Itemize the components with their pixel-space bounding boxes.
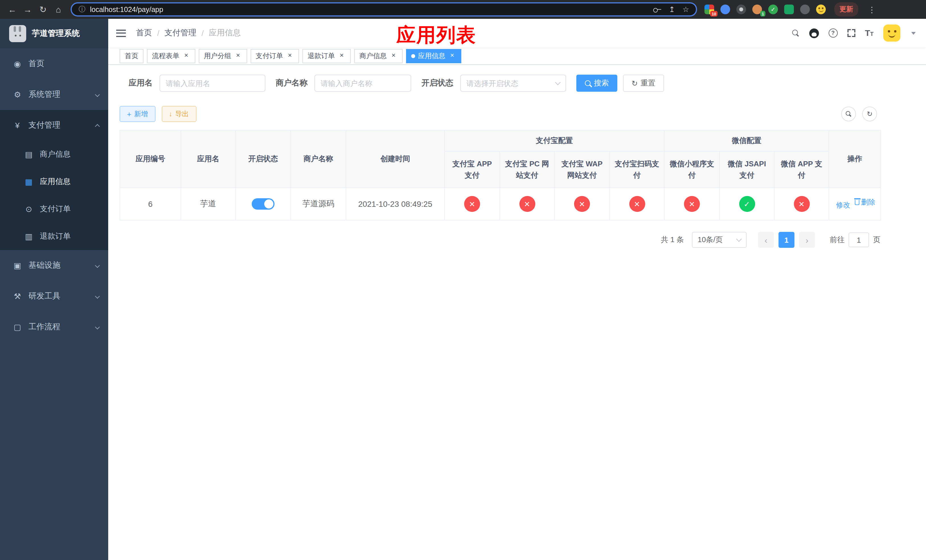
sidebar-item-app[interactable]: ▦ 应用信息	[0, 168, 108, 195]
current-page-button[interactable]: 1	[779, 232, 794, 248]
sidebar-item-infra[interactable]: ▣ 基础设施	[0, 250, 108, 281]
sidebar-item-label: 支付管理	[29, 120, 61, 130]
table-toolbar: 新增 导出	[120, 106, 881, 122]
tab-process-form[interactable]: 流程表单	[147, 49, 195, 63]
sidebar-item-pay[interactable]: ¥ 支付管理	[0, 110, 108, 141]
refund-doc-icon: ▥	[24, 232, 33, 241]
search-icon[interactable]	[792, 29, 799, 37]
browser-menu-icon[interactable]: ⋮	[868, 5, 876, 14]
column-header-ops: 操作	[829, 130, 881, 188]
reset-button[interactable]: 重置	[623, 75, 664, 92]
tab-home[interactable]: 首页	[120, 49, 144, 63]
cell-config: ✕	[500, 188, 554, 220]
status-toggle[interactable]	[252, 198, 274, 210]
home-icon[interactable]: ⌂	[51, 2, 66, 17]
close-icon[interactable]	[390, 52, 398, 60]
close-icon[interactable]	[234, 52, 242, 60]
cell-config: ✕	[774, 188, 829, 220]
search-button[interactable]: 搜索	[576, 75, 617, 92]
sidebar-item-home[interactable]: ◉ 首页	[0, 48, 108, 79]
app-title: 芋道管理系统	[32, 29, 80, 39]
extension-grid-icon[interactable]: 10	[705, 5, 714, 14]
site-info-icon[interactable]: ⓘ	[79, 5, 85, 14]
sidebar-item-system[interactable]: ⚙ 系统管理	[0, 79, 108, 110]
sidebar-item-merchant[interactable]: ▤ 商户信息	[0, 141, 108, 168]
extension-book-icon[interactable]	[784, 5, 794, 14]
refresh-icon	[867, 110, 873, 118]
config-status-icon: ✕	[464, 196, 480, 212]
close-icon[interactable]	[338, 52, 346, 60]
breadcrumb-home[interactable]: 首页	[136, 28, 152, 38]
extension-avatar-icon[interactable]: 1	[752, 5, 762, 14]
page-size-select[interactable]: 10条/页	[692, 232, 747, 248]
breadcrumb-pay[interactable]: 支付管理	[165, 28, 197, 38]
sidebar-item-workflow[interactable]: ▢ 工作流程	[0, 312, 108, 342]
trash-icon	[855, 200, 859, 205]
tab-refund-order[interactable]: 退款订单	[303, 49, 351, 63]
back-icon[interactable]: ←	[5, 2, 20, 17]
browser-update-button[interactable]: 更新	[834, 2, 858, 17]
github-icon[interactable]	[809, 28, 819, 38]
chevron-up-icon	[95, 124, 100, 129]
help-icon[interactable]: ?	[828, 29, 837, 38]
status-select-input[interactable]	[460, 75, 566, 92]
export-button[interactable]: 导出	[162, 106, 196, 122]
next-page-button[interactable]: ›	[799, 232, 815, 248]
sidebar-logo[interactable]: 芋道管理系统	[0, 19, 108, 48]
add-button[interactable]: 新增	[120, 106, 155, 122]
sidebar-fold-icon[interactable]	[116, 29, 126, 37]
browser-toolbar: ← → ↻ ⌂ ⓘ localhost:1024/pay/app ↥ ☆ 10 …	[0, 0, 926, 19]
sidebar-item-order[interactable]: ⊙ 支付订单	[0, 195, 108, 223]
forward-icon[interactable]: →	[20, 2, 35, 17]
breadcrumb-current: 应用信息	[209, 28, 241, 38]
page-content: 应用名 商户名称 开启状态	[108, 65, 892, 257]
extension-dark-icon[interactable]	[736, 5, 746, 14]
cell-id: 6	[120, 188, 181, 220]
merchant-name-input[interactable]	[314, 75, 411, 92]
delete-button[interactable]: 删除	[855, 198, 875, 207]
close-icon[interactable]	[448, 52, 456, 60]
font-size-icon[interactable]: TT	[865, 28, 874, 38]
extension-puzzle-icon[interactable]	[800, 5, 810, 14]
tab-user-group[interactable]: 用户分组	[199, 49, 247, 63]
status-select[interactable]	[460, 75, 566, 92]
extension-emoji-icon[interactable]	[816, 5, 826, 14]
tab-pay-order[interactable]: 支付订单	[251, 49, 299, 63]
cell-name: 芋道	[181, 188, 236, 220]
close-icon[interactable]	[182, 52, 190, 60]
sidebar-item-dev-tools[interactable]: ⚒ 研发工具	[0, 281, 108, 312]
group-header-wechat: 微信配置	[664, 130, 829, 151]
reload-icon[interactable]: ↻	[35, 2, 51, 17]
user-avatar[interactable]	[883, 24, 900, 42]
goto-page-input[interactable]	[849, 232, 869, 247]
dashboard-icon: ◉	[12, 59, 22, 68]
group-header-alipay: 支付宝配置	[445, 130, 664, 151]
extension-badge: 10	[710, 11, 717, 17]
refresh-table-button[interactable]	[862, 106, 877, 121]
application-root: ← → ↻ ⌂ ⓘ localhost:1024/pay/app ↥ ☆ 10 …	[0, 0, 926, 560]
goto-label: 前往	[830, 235, 844, 245]
sidebar-item-label: 首页	[29, 59, 44, 69]
url-bar[interactable]: ⓘ localhost:1024/pay/app ↥ ☆	[71, 2, 697, 17]
share-icon[interactable]: ↥	[669, 5, 675, 14]
toggle-search-button[interactable]	[841, 106, 856, 121]
app-table: 应用编号 应用名 开启状态 商户名称 创建时间 支付宝配置 微信配置 操作 支付…	[120, 130, 881, 221]
edit-button[interactable]: 修改	[834, 201, 850, 210]
close-icon[interactable]	[286, 52, 294, 60]
fullscreen-icon[interactable]	[847, 29, 855, 37]
cell-config: ✕	[445, 188, 500, 220]
password-key-icon[interactable]	[654, 7, 661, 12]
tab-merchant-info[interactable]: 商户信息	[354, 49, 402, 63]
sidebar-item-refund[interactable]: ▥ 退款订单	[0, 223, 108, 250]
cell-merchant: 芋道源码	[291, 188, 346, 220]
extension-check-icon[interactable]: ✓	[768, 5, 778, 14]
app-name-input[interactable]	[159, 75, 265, 92]
chevron-down-icon	[95, 92, 100, 97]
bookmark-star-icon[interactable]: ☆	[682, 5, 689, 14]
avatar-caret-icon[interactable]	[911, 32, 916, 35]
prev-page-button[interactable]: ‹	[758, 232, 774, 248]
active-dot-icon	[411, 54, 415, 58]
extension-pin-icon[interactable]	[720, 5, 730, 14]
tab-app-info[interactable]: 应用信息	[406, 49, 461, 63]
card-icon: ▤	[24, 150, 33, 159]
